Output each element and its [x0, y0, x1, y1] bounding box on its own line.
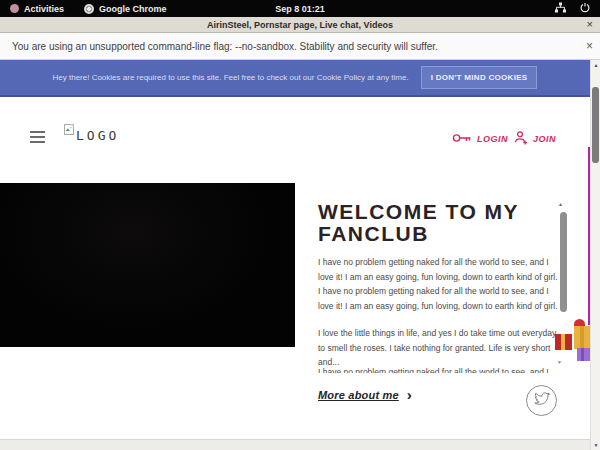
gift-box-purple — [577, 348, 590, 361]
clock[interactable]: Sep 8 01:21 — [275, 4, 325, 14]
more-about-me-label: More about me — [318, 389, 399, 401]
page-title: WELCOME TO MY FANCLUB — [318, 201, 543, 245]
twitter-button[interactable] — [526, 385, 557, 416]
activities-label: Activities — [24, 4, 64, 14]
browser-scrollbar-thumb[interactable] — [592, 87, 599, 163]
chevron-right-icon: › — [407, 390, 412, 400]
menu-hamburger-icon[interactable] — [30, 131, 45, 146]
cookie-message: Hey there! Cookies are required to use t… — [53, 73, 409, 82]
content-scroll-up-icon[interactable]: ▲ — [558, 201, 563, 207]
gifts-widget[interactable] — [555, 319, 592, 361]
activities-icon — [10, 4, 19, 13]
join-label: JOIN — [533, 134, 556, 144]
login-button[interactable]: LOGIN — [452, 132, 508, 146]
scrollbar-up-icon[interactable]: ▲ — [591, 62, 600, 68]
cookie-consent-bar: Hey there! Cookies are required to use t… — [0, 60, 590, 97]
infobar-close-icon[interactable]: × — [586, 39, 593, 53]
join-button[interactable]: JOIN — [513, 130, 556, 147]
fanclub-intro-section: WELCOME TO MY FANCLUB I have no problem … — [318, 197, 560, 437]
power-icon[interactable] — [580, 2, 590, 15]
infobar-message: You are using an unsupported command-lin… — [12, 41, 438, 52]
gift-box-yellow — [574, 326, 591, 349]
app-menu-button[interactable]: Google Chrome — [74, 0, 177, 17]
key-icon — [452, 132, 472, 146]
logo-text: LOGO — [76, 128, 119, 143]
system-tray — [555, 2, 600, 15]
desktop-screen: Activities Google Chrome Sep 8 01:21 Air… — [0, 0, 600, 450]
network-icon[interactable] — [555, 2, 566, 15]
twitter-icon — [534, 392, 550, 410]
content-scrollbar-thumb[interactable] — [560, 212, 567, 312]
window-title: AirinSteel, Pornstar page, Live chat, Vi… — [207, 20, 393, 30]
chrome-icon — [84, 4, 94, 14]
app-menu-label: Google Chrome — [99, 4, 167, 14]
gnome-top-bar: Activities Google Chrome Sep 8 01:21 — [0, 0, 600, 17]
add-user-icon — [513, 130, 528, 147]
login-label: LOGIN — [477, 134, 508, 144]
scrollbar-down-icon[interactable]: ▼ — [591, 442, 600, 448]
sandbox-infobar: You are using an unsupported command-lin… — [0, 33, 600, 60]
intro-paragraph-2: I love the little things in life, and ye… — [318, 326, 558, 370]
intro-paragraph-1: I have no problem getting naked for all … — [318, 255, 558, 313]
gift-box-red — [555, 334, 572, 350]
intro-paragraph-3-clipped: I have no problem getting naked for all … — [318, 365, 558, 373]
accept-cookies-button[interactable]: I DON'T MIND COOKIES — [421, 66, 538, 89]
page-bottom-strip — [0, 439, 590, 450]
clipped-paragraph-container: I have no problem getting naked for all … — [318, 365, 558, 373]
browser-scrollbar-track[interactable]: ▲ ▼ — [590, 60, 600, 450]
broken-image-icon — [64, 121, 74, 139]
video-player[interactable] — [0, 183, 295, 347]
activities-button[interactable]: Activities — [0, 0, 74, 17]
more-about-me-link[interactable]: More about me › — [318, 389, 412, 401]
window-titlebar: AirinSteel, Pornstar page, Live chat, Vi… — [0, 17, 600, 33]
window-close-button[interactable]: × — [587, 17, 593, 32]
site-logo[interactable]: LOGO — [64, 121, 119, 143]
